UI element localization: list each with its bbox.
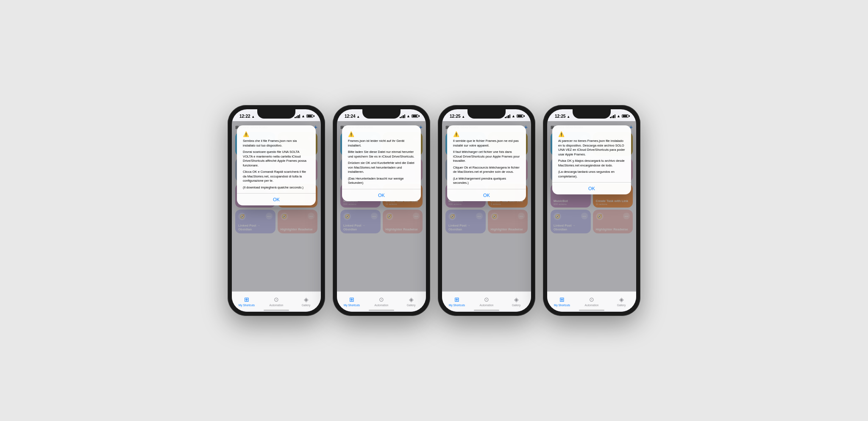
wifi-icon: ▲ [512,114,515,118]
signal-bar-2 [612,116,613,118]
status-icons: ▲ [400,114,418,118]
alert-warning-icon: ⚠️ [348,131,415,137]
tab-automation[interactable]: ⊙ Automation [472,295,501,307]
tab-label-1: Automation [585,304,599,307]
phone-screen: 12:25 ▲ ▲ [547,109,636,312]
battery-icon [517,114,523,118]
phone-1: 12:22 ▲ ▲ [228,105,325,316]
alert-paragraph: Drücken sie OK und Kurzbefehle wird die … [348,161,415,174]
tab-label-0: My Shortcuts [449,304,465,307]
signal-bar-4 [509,114,511,118]
home-bar [474,310,499,311]
app-content: ⊞ Core Shortcuts + □ ••• [337,121,426,291]
status-icons: ▲ [505,114,523,118]
home-indicator [547,310,636,312]
alert-paragraph: (Il download impiegherà qualche secondo.… [243,186,310,190]
alert-paragraph: Cliquer Ok et Raccourcis téléchargera le… [453,166,520,174]
phone-screen: 12:25 ▲ ▲ [442,109,531,312]
status-time: 12:25 ▲ [450,114,465,119]
signal-bar-4 [299,114,300,118]
alert-overlay: ⚠️ Al parecer no tienes Frames.json file… [547,121,636,291]
tab-gallery[interactable]: ◈ Gallery [396,295,426,307]
alert-paragraph: Pulsa OK y Atajos descargará tu archivo … [558,159,625,168]
signal-bars-icon [295,114,300,118]
tab-bar: ⊞ My Shortcuts ⊙ Automation ◈ Gallery [547,291,636,310]
battery-icon [306,114,313,118]
tab-icon-1: ⊙ [379,296,384,303]
status-icons: ▲ [610,114,629,118]
alert-paragraph: (Das Herunterladen braucht nur wenige Se… [348,177,415,186]
phones-container: 12:22 ▲ ▲ [228,105,640,316]
tab-automation[interactable]: ⊙ Automation [577,295,606,307]
tab-my-shortcuts[interactable]: ⊞ My Shortcuts [442,295,472,307]
phone-frame: 12:25 ▲ ▲ [438,105,535,316]
tab-bar: ⊞ My Shortcuts ⊙ Automation ◈ Gallery [232,291,321,310]
signal-bar-1 [505,117,506,118]
tab-gallery[interactable]: ◈ Gallery [501,295,531,307]
alert-warning-icon: ⚠️ [558,131,625,137]
alert-ok-button[interactable]: OK [558,183,625,194]
phone-4: 12:25 ▲ ▲ [543,105,640,316]
signal-bar-1 [610,117,611,118]
phone-frame: 12:22 ▲ ▲ [228,105,325,316]
notch [257,109,295,119]
alert-paragraph: Bitte laden Sie diese Datei nur einmal h… [348,150,415,159]
alert-text: Frames.json ist leider nicht auf ihr Ger… [348,139,415,186]
app-content: ⊞ Core Shortcuts + □ ••• [442,121,531,291]
tab-label-1: Automation [375,304,389,307]
alert-text: Al parecer no tienes Frames.json file in… [558,139,625,179]
app-content: ⊞ Core Shortcuts + □ ••• [547,121,636,291]
alert-text: Sembra che il file Frames.json non sia i… [243,139,310,190]
phone-frame: 12:24 ▲ ▲ [333,105,430,316]
signal-bar-3 [298,115,299,118]
signal-bar-3 [613,115,614,118]
notch [467,109,506,119]
alert-dialog: ⚠️ Al parecer no tienes Frames.json file… [552,125,631,194]
tab-my-shortcuts[interactable]: ⊞ My Shortcuts [232,295,262,307]
tab-automation[interactable]: ⊙ Automation [367,295,396,307]
tab-icon-0: ⊞ [454,296,459,303]
tab-icon-2: ◈ [409,296,414,303]
alert-ok-button[interactable]: OK [348,189,415,201]
alert-paragraph: (Le téléchargement prendra quelques seco… [453,177,520,186]
alert-paragraph: Frames.json ist leider nicht auf ihr Ger… [348,139,415,148]
battery-icon [412,114,418,118]
phone-screen: 12:24 ▲ ▲ [337,109,426,312]
signal-bar-1 [295,117,296,118]
phone-screen: 12:22 ▲ ▲ [232,109,321,312]
tab-gallery[interactable]: ◈ Gallery [606,295,636,307]
phone-2: 12:24 ▲ ▲ [333,105,430,316]
tab-gallery[interactable]: ◈ Gallery [291,295,321,307]
signal-bar-4 [404,114,406,118]
tab-bar: ⊞ My Shortcuts ⊙ Automation ◈ Gallery [337,291,426,310]
tab-label-0: My Shortcuts [554,304,570,307]
alert-paragraph: Dovrai scaricare questo file UNA SOLTA V… [243,150,310,168]
tab-icon-0: ⊞ [559,296,565,303]
phone-frame: 12:25 ▲ ▲ [543,105,640,316]
signal-bar-3 [508,115,509,118]
tab-label-1: Automation [270,304,284,307]
notch [573,109,611,119]
alert-paragraph: Il semble que le fichier Frames.json ne … [453,139,520,148]
signal-bars-icon [400,114,405,118]
tab-icon-2: ◈ [304,296,309,303]
signal-bars-icon [505,114,510,118]
home-indicator [442,310,531,312]
alert-ok-button[interactable]: OK [243,194,310,205]
tab-label-1: Automation [480,304,494,307]
tab-my-shortcuts[interactable]: ⊞ My Shortcuts [547,295,577,307]
alert-paragraph: Sembra che il file Frames.json non sia i… [243,139,310,148]
home-indicator [232,310,321,312]
alert-ok-button[interactable]: OK [453,189,520,201]
alert-dialog: ⚠️ Sembra che il file Frames.json non si… [237,125,316,205]
tab-label-0: My Shortcuts [239,304,255,307]
signal-bars-icon [610,114,615,118]
signal-bar-1 [400,117,401,118]
tab-automation[interactable]: ⊙ Automation [262,295,291,307]
alert-warning-icon: ⚠️ [243,131,310,137]
tab-label-2: Gallery [302,304,311,307]
tab-bar: ⊞ My Shortcuts ⊙ Automation ◈ Gallery [442,291,531,310]
home-bar [264,310,289,311]
tab-my-shortcuts[interactable]: ⊞ My Shortcuts [337,295,367,307]
tab-icon-1: ⊙ [484,296,489,303]
